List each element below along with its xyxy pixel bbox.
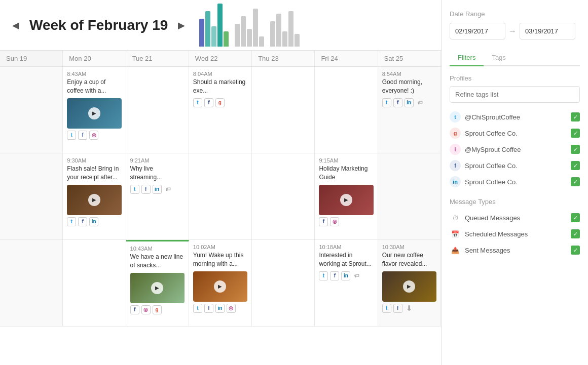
calendar-row: 10:43AMWe have a new line of snacks...▶f… — [0, 240, 441, 327]
calendar-cell — [0, 67, 63, 153]
calendar-cell — [0, 153, 63, 239]
chart-bar — [276, 14, 281, 47]
post-text: Holiday Marketing Guide — [319, 165, 373, 182]
post-thumbnail: ▶ — [130, 273, 185, 303]
facebook-icon: f — [130, 305, 139, 314]
calendar-cell: 9:30AMFlash sale! Bring in your receipt … — [63, 153, 126, 239]
chart-bar — [217, 4, 223, 47]
calendar-cell — [126, 67, 189, 153]
facebook-icon: f — [393, 304, 402, 313]
instagram-icon: ◎ — [330, 217, 339, 226]
post-text: Why live streaming... — [130, 165, 185, 182]
play-button[interactable]: ▶ — [151, 282, 163, 294]
message-type-item[interactable]: 📅Scheduled Messages✓ — [450, 226, 580, 242]
date-range-label: Date Range — [450, 10, 580, 18]
profile-checkbox[interactable]: ✓ — [571, 145, 580, 154]
social-icons: tfg — [193, 98, 247, 107]
message-type-item[interactable]: ⏱Queued Messages✓ — [450, 210, 580, 226]
profile-name: @MySprout Coffee — [465, 146, 567, 153]
next-week-button[interactable]: ▶ — [174, 18, 189, 33]
post-card[interactable]: 8:43AMEnjoy a cup of coffee with a...▶tf… — [67, 71, 121, 140]
linkedin-icon: in — [341, 271, 350, 280]
message-type-checkbox[interactable]: ✓ — [571, 213, 580, 222]
day-header-fri-24: Fri 24 — [315, 51, 378, 66]
calendar-cell — [189, 153, 252, 239]
post-time: 8:43AM — [67, 71, 121, 77]
post-card[interactable]: 8:04AMShould a marketing exe...tfg — [193, 71, 247, 107]
profile-checkbox[interactable]: ✓ — [571, 161, 580, 170]
calendar-body: 8:43AMEnjoy a cup of coffee with a...▶tf… — [0, 67, 441, 365]
date-from-input[interactable] — [450, 23, 505, 39]
chart-bar — [259, 36, 264, 47]
facebook-icon: f — [330, 271, 339, 280]
post-card[interactable]: 10:30AMOur new coffee flavor revealed...… — [382, 244, 436, 313]
play-button[interactable]: ▶ — [403, 280, 415, 293]
message-type-icon: 📤 — [450, 245, 461, 256]
refine-input[interactable] — [450, 86, 580, 103]
prev-week-button[interactable]: ◀ — [8, 18, 23, 33]
play-button[interactable]: ▶ — [214, 280, 226, 293]
post-text: Enjoy a cup of coffee with a... — [67, 78, 121, 95]
message-type-label: Sent Messages — [465, 247, 567, 254]
post-card[interactable]: 9:21AMWhy live streaming...tfin🏷 — [130, 157, 185, 194]
play-button[interactable]: ▶ — [340, 194, 352, 206]
play-button[interactable]: ▶ — [88, 107, 100, 119]
message-type-item[interactable]: 📤Sent Messages✓ — [450, 242, 580, 258]
profile-item[interactable]: i@MySprout Coffee✓ — [450, 141, 580, 157]
calendar-cell — [63, 240, 126, 326]
post-card[interactable]: 8:54AMGood morning, everyone! :)tfin🏷 — [382, 71, 436, 107]
twitter-icon: t — [193, 304, 202, 313]
profiles-section: Profiles t@ChiSproutCoffee✓gSprout Coffe… — [450, 74, 580, 190]
calendar-cell: 9:15AMHoliday Marketing Guide▶f◎ — [315, 153, 378, 239]
instagram-icon: ◎ — [89, 131, 98, 140]
post-time: 9:21AM — [130, 157, 185, 164]
facebook-icon: f — [319, 217, 328, 226]
profile-name: Sprout Coffee Co. — [465, 130, 567, 137]
tab-filters[interactable]: Filters — [450, 50, 484, 66]
profile-item[interactable]: gSprout Coffee Co.✓ — [450, 125, 580, 141]
message-type-checkbox[interactable]: ✓ — [571, 246, 580, 255]
message-types-list: ⏱Queued Messages✓📅Scheduled Messages✓📤Se… — [450, 210, 580, 258]
post-card[interactable]: 10:43AMWe have a new line of snacks...▶f… — [130, 246, 185, 314]
post-card[interactable]: 9:30AMFlash sale! Bring in your receipt … — [67, 157, 121, 226]
twitter-icon: t — [319, 271, 328, 280]
profile-checkbox[interactable]: ✓ — [571, 129, 580, 138]
calendar-cell — [378, 153, 441, 239]
facebook-icon: f — [141, 185, 151, 194]
profile-item[interactable]: inSprout Coffee Co.✓ — [450, 174, 580, 190]
play-button[interactable]: ▶ — [88, 194, 100, 206]
tab-tags[interactable]: Tags — [484, 50, 513, 66]
post-card[interactable]: 9:15AMHoliday Marketing Guide▶f◎ — [319, 157, 373, 226]
profile-icon-ig: i — [450, 144, 461, 155]
message-types-label: Message Types — [450, 198, 580, 206]
day-headers: Sun 19Mon 20Tue 21Wed 22Thu 23Fri 24Sat … — [0, 51, 441, 67]
social-icons: f◎g — [130, 305, 185, 314]
linkedin-icon: in — [89, 217, 98, 226]
tag-icon: 🏷 — [416, 98, 425, 107]
post-thumbnail: ▶ — [67, 185, 121, 215]
post-card[interactable]: 10:18AMInterested in working at Sprout..… — [319, 244, 373, 280]
profile-checkbox[interactable]: ✓ — [571, 112, 580, 121]
post-time: 8:04AM — [193, 71, 247, 77]
post-card[interactable]: 10:02AMYum! Wake up this morning with a.… — [193, 244, 247, 313]
filter-tabs: Filters Tags — [450, 50, 580, 66]
instagram-icon: ◎ — [227, 304, 236, 313]
profile-item[interactable]: t@ChiSproutCoffee✓ — [450, 109, 580, 125]
profile-checkbox[interactable]: ✓ — [571, 177, 580, 186]
calendar-cell: 10:02AMYum! Wake up this morning with a.… — [189, 240, 252, 326]
calendar-row: 8:43AMEnjoy a cup of coffee with a...▶tf… — [0, 67, 441, 153]
twitter-icon: t — [130, 185, 139, 194]
date-to-input[interactable] — [520, 23, 575, 39]
profile-item[interactable]: fSprout Coffee Co.✓ — [450, 157, 580, 174]
chart-bar-group — [270, 11, 300, 47]
message-type-label: Queued Messages — [465, 214, 567, 222]
social-icons: tfin🏷 — [382, 98, 436, 107]
post-thumbnail: ▶ — [67, 98, 121, 129]
linkedin-icon: in — [405, 98, 414, 107]
post-time: 10:43AM — [130, 246, 185, 252]
calendar-cell: 10:18AMInterested in working at Sprout..… — [315, 240, 378, 326]
message-type-checkbox[interactable]: ✓ — [571, 229, 580, 238]
twitter-icon: t — [193, 98, 202, 107]
post-thumbnail: ▶ — [193, 271, 247, 302]
calendar-cell — [252, 240, 315, 326]
